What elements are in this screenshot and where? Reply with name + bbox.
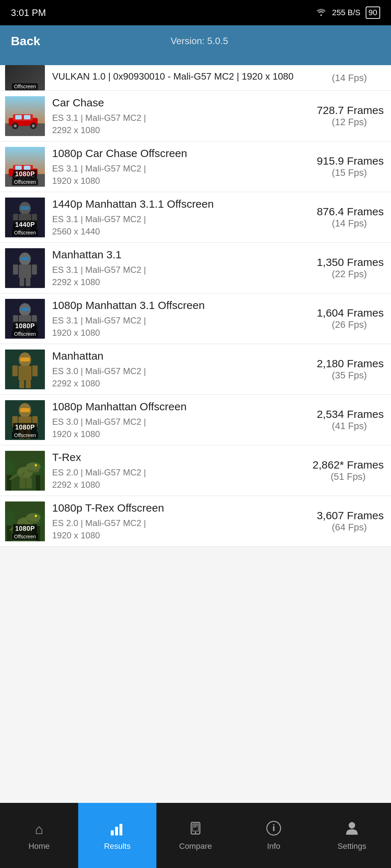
svg-rect-82 [115, 827, 118, 835]
info-icon: i [266, 820, 282, 839]
app-header: Back Version: 5.0.5 [0, 25, 391, 65]
fps-label: (15 Fps) [315, 167, 384, 178]
status-bar: 3:01 PM 255 B/S 90 [0, 0, 391, 25]
item-info: Manhattan 3.1 ES 3.1 | Mali-G57 MC2 |229… [52, 244, 311, 292]
list-item[interactable]: 1440P Offscreen 1440p Manhattan 3.1.1 Of… [0, 192, 391, 243]
status-right: 255 B/S 90 [315, 7, 380, 19]
fps-label: (41 Fps) [315, 420, 384, 432]
fps-label: (14 Fps) [315, 72, 384, 84]
item-subtitle: ES 3.1 | Mali-G57 MC2 |2560 x 1440 [52, 213, 311, 237]
benchmark-thumbnail [5, 96, 45, 136]
frames-label: 1,604 Frames [315, 307, 384, 319]
svg-rect-31 [13, 264, 18, 275]
svg-rect-35 [21, 257, 29, 261]
item-title: 1080p Manhattan 3.1 Offscreen [52, 298, 311, 312]
badge-offscreen: Offscreen [12, 179, 38, 185]
home-icon: ⌂ [31, 820, 47, 839]
frames-label: 2,534 Frames [315, 408, 384, 420]
wifi-icon [315, 8, 327, 18]
benchmark-thumbnail: 1080P Offscreen [5, 501, 45, 541]
item-title: Manhattan [52, 349, 311, 363]
item-title: 1440p Manhattan 3.1.1 Offscreen [52, 197, 311, 211]
item-info: 1080p Manhattan Offscreen ES 3.0 | Mali-… [52, 396, 311, 444]
benchmark-thumbnail: 1080P Offscreen [5, 400, 45, 440]
frames-label: 2,180 Frames [315, 357, 384, 370]
svg-rect-30 [19, 264, 31, 278]
compare-icon [188, 820, 203, 839]
svg-point-9 [32, 124, 35, 127]
content-area: Offscreen VULKAN 1.0 | 0x90930010 - Mali… [0, 65, 391, 612]
item-subtitle: ES 3.0 | Mali-G57 MC2 |2292 x 1080 [52, 365, 311, 389]
frames-label: 1,350 Frames [315, 256, 384, 268]
svg-rect-27 [21, 206, 29, 210]
list-item[interactable]: Manhattan ES 3.0 | Mali-G57 MC2 |2292 x … [0, 344, 391, 395]
benchmark-thumbnail: 1080P Offscreen [5, 299, 45, 339]
svg-rect-69 [26, 478, 32, 488]
nav-item-compare[interactable]: Compare [156, 803, 235, 868]
svg-rect-81 [111, 830, 114, 835]
svg-point-77 [35, 515, 37, 517]
item-score: 2,862* Frames (51 Fps) [309, 455, 391, 486]
badge-res: 1080P [13, 524, 37, 533]
item-subtitle: ES 3.1 | Mali-G57 MC2 |2292 x 1080 [52, 112, 311, 136]
svg-rect-34 [26, 278, 30, 286]
svg-rect-51 [20, 357, 30, 361]
list-item[interactable]: Manhattan 3.1 ES 3.1 | Mali-G57 MC2 |229… [0, 243, 391, 293]
list-item[interactable]: 1080P Offscreen 1080p T-Rex Offscreen ES… [0, 496, 391, 547]
nav-item-settings[interactable]: Settings [313, 803, 391, 868]
nav-label-compare: Compare [179, 842, 212, 851]
item-title: Manhattan 3.1 [52, 247, 311, 262]
list-item[interactable]: 1080P Offscreen 1080p Manhattan 3.1 Offs… [0, 293, 391, 344]
nav-item-results[interactable]: Results [78, 803, 156, 868]
item-subtitle: ES 3.1 | Mali-G57 MC2 |2292 x 1080 [52, 264, 311, 288]
nav-label-home: Home [29, 842, 50, 851]
item-score: 1,350 Frames (22 Fps) [311, 253, 391, 283]
item-score: 1,604 Frames (26 Fps) [311, 303, 391, 334]
nav-item-home[interactable]: ⌂ Home [0, 803, 78, 868]
svg-point-87 [195, 832, 196, 833]
time-label: 3:01 PM [11, 7, 46, 18]
item-info: Car Chase ES 3.1 | Mali-G57 MC2 |2292 x … [52, 92, 311, 140]
frames-label: 876.4 Frames [315, 206, 384, 218]
nav-label-info: Info [267, 842, 281, 851]
item-info: 1440p Manhattan 3.1.1 Offscreen ES 3.1 |… [52, 193, 311, 241]
nav-item-info[interactable]: i Info [235, 803, 313, 868]
list-item[interactable]: Offscreen VULKAN 1.0 | 0x90930010 - Mali… [0, 65, 391, 91]
signal-strength: 255 B/S [332, 8, 360, 17]
item-title: 1080p Car Chase Offscreen [52, 146, 311, 160]
badge-offscreen: Offscreen [12, 331, 38, 337]
item-score: 2,180 Frames (35 Fps) [311, 354, 391, 385]
svg-rect-49 [19, 380, 24, 388]
item-score: (14 Fps) [311, 69, 391, 87]
badge-res: 1080P [13, 423, 37, 432]
item-title: 1080p T-Rex Offscreen [52, 501, 311, 515]
badge-offscreen: Offscreen [12, 432, 38, 439]
svg-rect-43 [21, 308, 29, 311]
svg-point-7 [14, 124, 17, 127]
item-info: 1080p Manhattan 3.1 Offscreen ES 3.1 | M… [52, 295, 311, 342]
back-button[interactable]: Back [11, 34, 40, 48]
benchmark-list: Offscreen VULKAN 1.0 | 0x90930010 - Mali… [0, 65, 391, 547]
fps-label: (14 Fps) [315, 218, 384, 229]
list-item[interactable]: T-Rex ES 2.0 | Mali-G57 MC2 |2292 x 1080… [0, 445, 391, 496]
badge-offscreen: Offscreen [12, 229, 38, 236]
badge-res: 1440P [13, 220, 37, 229]
frames-label: 2,862* Frames [312, 459, 384, 471]
fps-label: (22 Fps) [315, 268, 384, 280]
item-subtitle: ES 3.0 | Mali-G57 MC2 |1920 x 1080 [52, 416, 311, 440]
item-subtitle: ES 3.1 | Mali-G57 MC2 |1920 x 1080 [52, 314, 311, 339]
svg-rect-50 [26, 380, 31, 388]
item-info: Manhattan ES 3.0 | Mali-G57 MC2 |2292 x … [52, 345, 311, 393]
fps-label: (51 Fps) [312, 471, 384, 482]
svg-rect-4 [15, 115, 22, 119]
item-score: 3,607 Frames (64 Fps) [311, 506, 391, 537]
list-item[interactable]: Car Chase ES 3.1 | Mali-G57 MC2 |2292 x … [0, 91, 391, 141]
svg-rect-47 [12, 365, 18, 376]
list-item[interactable]: 1080P Offscreen 1080p Car Chase Offscree… [0, 141, 391, 192]
fps-label: (26 Fps) [315, 319, 384, 330]
benchmark-thumbnail: 1440P Offscreen [5, 198, 45, 237]
list-item[interactable]: 1080P Offscreen 1080p Manhattan Offscree… [0, 395, 391, 445]
benchmark-thumbnail: 1080P Offscreen [5, 147, 45, 187]
nav-label-results: Results [104, 842, 130, 851]
badge-offscreen: Offscreen [12, 83, 38, 90]
